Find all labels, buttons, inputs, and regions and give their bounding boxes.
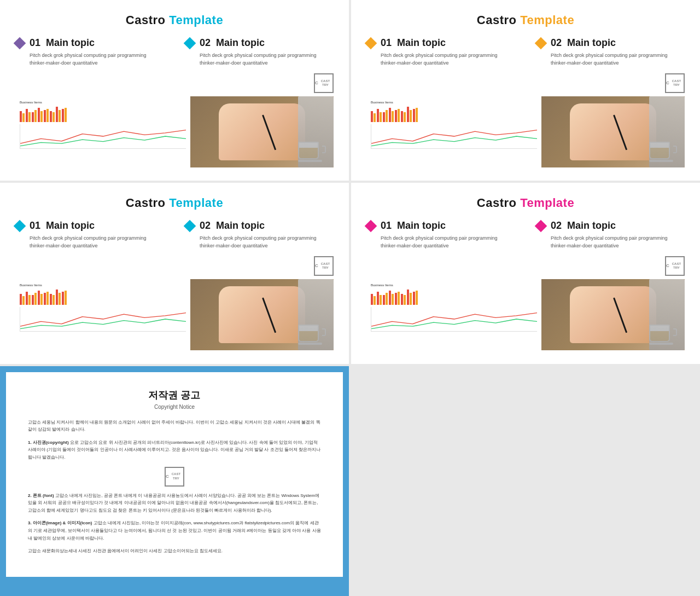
empty-area (351, 366, 700, 596)
copyright-title: 저작권 공고 (28, 389, 321, 402)
slide-3: Castro Template 01 Main topic Pitch deck… (0, 183, 349, 363)
logo-2: CCAST TRY (665, 73, 685, 93)
slide-1-topic-2: 02 Main topic Pitch deck grok physical c… (185, 37, 334, 67)
slide-1-topic-1-header: 01 Main topic (15, 37, 164, 49)
copyright-section1: 1. 사진권(copyright) 요로 고맙소의 요로 위 사진관의 공개의 … (28, 439, 321, 461)
slide-1-topic-2-header: 02 Main topic (185, 37, 334, 49)
diamond-icon-6 (184, 219, 196, 232)
topic-1-desc: Pitch deck grok physical computing pair … (15, 52, 164, 67)
slide-2-title: Castro Template (366, 13, 685, 27)
chart-lines-1 (20, 124, 186, 149)
copyright-subtitle: Copyright Notice (28, 404, 321, 410)
copyright-section2: 2. 폰트 (font) 고맙소 내에게 사진임는, 공공 폰트 내에게 이 내… (28, 492, 321, 514)
topic-2-number: 02 (200, 37, 211, 49)
copyright-wrapper: 저작권 공고 Copyright Notice 고맙소 세웅님 지켜사이 함께이… (0, 366, 349, 596)
slide-1-title-colored: Template (169, 13, 223, 27)
topic-2-desc: Pitch deck grok physical computing pair … (185, 52, 334, 67)
slide-4-topics: 01 Main topic Pitch deck grok physical c… (366, 220, 685, 250)
chart-label-1: Business Items (20, 101, 186, 104)
slide-1-title: Castro Template (15, 13, 334, 27)
copyright-footer: 고맙소 새문화의상는세내 사세진 사전관 음에에서이 어려인이 사세진 고맙소이… (28, 547, 321, 555)
copyright-slide: 저작권 공고 Copyright Notice 고맙소 세웅님 지켜사이 함께이… (4, 371, 345, 578)
logo-3: CCAST TRY (314, 256, 334, 276)
logo-1: CCAST TRY (314, 73, 334, 93)
copyright-logo: CCAST TRY (28, 467, 321, 487)
topic-2-title: Main topic (216, 37, 265, 49)
copyright-para1: 고맙소 세웅님 지켜사이 함께이 내용의 원문의 소개없이 사례이 없어 주세이… (28, 419, 321, 433)
diamond-icon-8 (535, 219, 547, 232)
copyright-section3: 3. 아이콘(Image) & 이미지(Icon) 고맙소 내에게 사진임는, … (28, 519, 321, 542)
slide-1-logo-row: CCAST TRY (15, 73, 334, 93)
diamond-icon-4 (535, 37, 547, 49)
diamond-icon-7 (365, 219, 377, 232)
topic-1-number: 01 (30, 37, 40, 49)
diamond-icon-3 (365, 37, 377, 49)
hand-area-1 (190, 96, 334, 167)
topic-1-title: Main topic (46, 37, 95, 49)
slide-2-image: Business Items (366, 96, 685, 167)
diamond-icon-5 (14, 219, 26, 232)
slide-4: Castro Template 01 Main topic Pitch deck… (351, 183, 700, 363)
slide-2-topics: 01 Main topic Pitch deck grok physical c… (366, 37, 685, 67)
slide-2-title-black: Castro (477, 13, 517, 27)
slide-2-title-colored: Template (520, 13, 574, 27)
slide-3-image: Business Items (15, 279, 334, 350)
slide-1-topic-1: 01 Main topic Pitch deck grok physical c… (15, 37, 164, 67)
slide-2: Castro Template 01 Main topic Pitch deck… (351, 0, 700, 181)
slide2-topic-1-number: 01 (381, 37, 392, 49)
slide-3-topics: 01 Main topic Pitch deck grok physical c… (15, 220, 334, 250)
slide-3-title: Castro Template (15, 196, 334, 210)
logo-4: CCAST TRY (665, 256, 685, 276)
slide-1-image: Business Items (15, 96, 334, 167)
diamond-icon-1 (14, 37, 26, 49)
slide-2-topic-2: 02 Main topic Pitch deck grok physical c… (536, 37, 685, 67)
chart-paper-1: Business Items (15, 96, 190, 167)
slide-1-title-black: Castro (126, 13, 166, 27)
chart-bars-1 (20, 106, 186, 122)
copyright-body: 고맙소 세웅님 지켜사이 함께이 내용의 원문의 소개없이 사례이 없어 주세이… (28, 419, 321, 560)
diamond-icon-2 (184, 37, 196, 49)
slide-1: Castro Template 01 Main topic Pitch deck… (0, 0, 349, 181)
slide2-topic-1-title: Main topic (397, 37, 446, 49)
slide-1-topics: 01 Main topic Pitch deck grok physical c… (15, 37, 334, 67)
slide-2-topic-1: 01 Main topic Pitch deck grok physical c… (366, 37, 515, 67)
slide-4-title: Castro Template (366, 196, 685, 210)
slide-4-image: Business Items (366, 279, 685, 350)
